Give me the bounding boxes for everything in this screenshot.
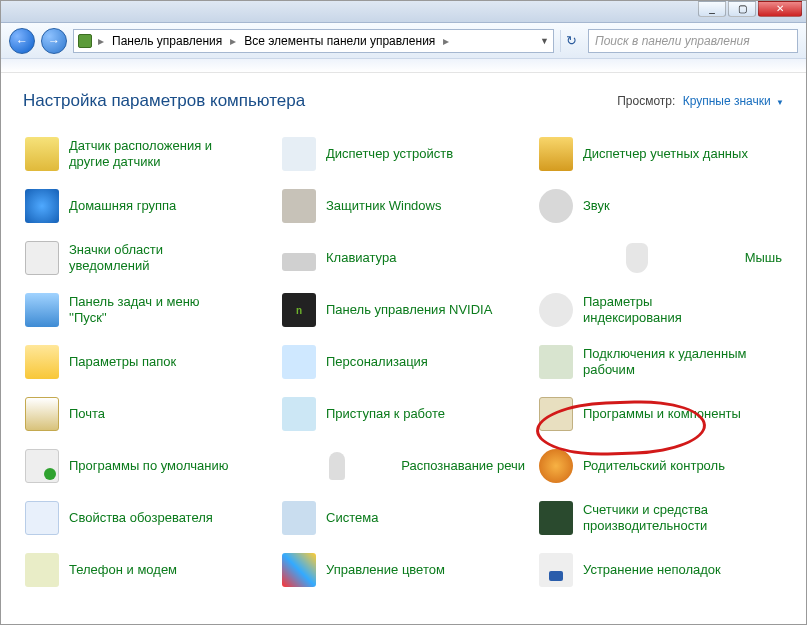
remote-icon [539, 345, 573, 379]
control-panel-item[interactable]: Защитник Windows [280, 187, 527, 225]
item-label: Панель задач и меню ''Пуск'' [69, 294, 239, 325]
breadcrumb[interactable]: Все элементы панели управления [242, 33, 437, 49]
chevron-right-icon: ▸ [439, 34, 453, 48]
item-label: Защитник Windows [326, 198, 441, 214]
address-bar[interactable]: ▸ Панель управления ▸ Все элементы панел… [73, 29, 554, 53]
control-panel-item[interactable]: Распознавание речи [280, 447, 527, 485]
item-label: Клавиатура [326, 250, 396, 266]
start-icon [282, 397, 316, 431]
speech-icon [329, 452, 345, 480]
notif-icon [25, 241, 59, 275]
back-button[interactable]: ← [9, 28, 35, 54]
content-area: Настройка параметров компьютера Просмотр… [1, 73, 806, 599]
item-label: Управление цветом [326, 562, 445, 578]
item-label: Подключения к удаленным рабочим [583, 346, 753, 377]
item-label: Распознавание речи [401, 458, 525, 474]
control-panel-item[interactable]: Датчик расположения и другие датчики [23, 135, 270, 173]
titlebar: _ ▢ ✕ [1, 1, 806, 23]
control-panel-item[interactable]: Телефон и модем [23, 551, 270, 589]
control-panel-item[interactable]: Родительский контроль [537, 447, 784, 485]
control-panel-item[interactable]: Счетчики и средства производительности [537, 499, 784, 537]
forward-button[interactable]: → [41, 28, 67, 54]
item-label: Мышь [745, 250, 782, 266]
items-grid: Датчик расположения и другие датчикиДисп… [23, 135, 784, 589]
control-panel-item[interactable]: Панель задач и меню ''Пуск'' [23, 291, 270, 329]
sensor-icon [25, 137, 59, 171]
person-icon [282, 345, 316, 379]
prog-icon [539, 397, 573, 431]
control-panel-item[interactable]: nПанель управления NVIDIA [280, 291, 527, 329]
control-panel-item[interactable]: Управление цветом [280, 551, 527, 589]
control-panel-item[interactable]: Программы и компоненты [537, 395, 784, 433]
parent-icon [539, 449, 573, 483]
item-label: Значки области уведомлений [69, 242, 239, 273]
chevron-down-icon: ▼ [776, 98, 784, 107]
color-icon [282, 553, 316, 587]
sound-icon [539, 189, 573, 223]
phone-icon [25, 553, 59, 587]
chevron-down-icon[interactable]: ▼ [538, 36, 549, 46]
item-label: Параметры индексирования [583, 294, 753, 325]
item-label: Устранение неполадок [583, 562, 721, 578]
item-label: Диспетчер учетных данных [583, 146, 748, 162]
system-icon [282, 501, 316, 535]
maximize-button[interactable]: ▢ [728, 1, 756, 17]
item-label: Диспетчер устройств [326, 146, 453, 162]
control-panel-item[interactable]: Домашняя группа [23, 187, 270, 225]
defend-icon [282, 189, 316, 223]
view-selector[interactable]: Просмотр: Крупные значки ▼ [617, 94, 784, 108]
control-panel-item[interactable]: Параметры индексирования [537, 291, 784, 329]
search-input[interactable]: Поиск в панели управления [588, 29, 798, 53]
view-label: Просмотр: [617, 94, 675, 108]
address-icon [78, 34, 92, 48]
control-panel-item[interactable]: Диспетчер устройств [280, 135, 527, 173]
item-label: Счетчики и средства производительности [583, 502, 753, 533]
item-label: Звук [583, 198, 610, 214]
breadcrumb[interactable]: Панель управления [110, 33, 224, 49]
control-panel-item[interactable]: Параметры папок [23, 343, 270, 381]
item-label: Родительский контроль [583, 458, 725, 474]
control-panel-item[interactable]: Система [280, 499, 527, 537]
item-label: Система [326, 510, 378, 526]
default-icon [25, 449, 59, 483]
navbar: ← → ▸ Панель управления ▸ Все элементы п… [1, 23, 806, 59]
control-panel-item[interactable]: Звук [537, 187, 784, 225]
task-icon [25, 293, 59, 327]
chevron-right-icon: ▸ [226, 34, 240, 48]
item-label: Параметры папок [69, 354, 176, 370]
home-icon [25, 189, 59, 223]
window: _ ▢ ✕ ← → ▸ Панель управления ▸ Все элем… [0, 0, 807, 625]
folder-icon [25, 345, 59, 379]
control-panel-item[interactable]: Персонализация [280, 343, 527, 381]
item-label: Домашняя группа [69, 198, 176, 214]
header-row: Настройка параметров компьютера Просмотр… [23, 91, 784, 111]
control-panel-item[interactable]: Диспетчер учетных данных [537, 135, 784, 173]
item-label: Датчик расположения и другие датчики [69, 138, 239, 169]
item-label: Приступая к работе [326, 406, 445, 422]
control-panel-item[interactable]: Устранение неполадок [537, 551, 784, 589]
control-panel-item[interactable]: Мышь [537, 239, 784, 277]
control-panel-item[interactable]: Свойства обозревателя [23, 499, 270, 537]
control-panel-item[interactable]: Подключения к удаленным рабочим [537, 343, 784, 381]
mail-icon [25, 397, 59, 431]
view-value: Крупные значки [683, 94, 771, 108]
control-panel-item[interactable]: Программы по умолчанию [23, 447, 270, 485]
control-panel-item[interactable]: Приступая к работе [280, 395, 527, 433]
perf-icon [539, 501, 573, 535]
ieopts-icon [25, 501, 59, 535]
refresh-button[interactable]: ↻ [560, 30, 582, 52]
item-label: Почта [69, 406, 105, 422]
kbd-icon [282, 253, 316, 271]
control-panel-item[interactable]: Клавиатура [280, 239, 527, 277]
mouse-icon [626, 243, 648, 273]
item-label: Свойства обозревателя [69, 510, 213, 526]
minimize-button[interactable]: _ [698, 1, 726, 17]
toolbar-divider [1, 59, 806, 73]
nvidia-icon: n [282, 293, 316, 327]
control-panel-item[interactable]: Значки области уведомлений [23, 239, 270, 277]
close-button[interactable]: ✕ [758, 1, 802, 17]
item-label: Панель управления NVIDIA [326, 302, 492, 318]
item-label: Программы и компоненты [583, 406, 741, 422]
trouble-icon [539, 553, 573, 587]
control-panel-item[interactable]: Почта [23, 395, 270, 433]
